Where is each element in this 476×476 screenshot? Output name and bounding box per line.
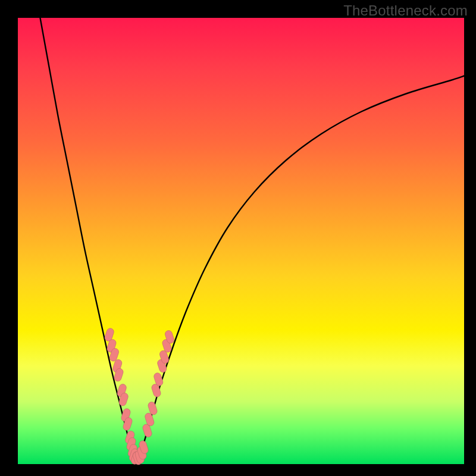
chart-frame: TheBottleneck.com (0, 0, 476, 476)
plot-area (18, 18, 464, 464)
markers-group (104, 327, 175, 465)
right-branch-curve (136, 76, 464, 465)
curve-svg (18, 18, 464, 464)
watermark-text: TheBottleneck.com (343, 2, 468, 19)
